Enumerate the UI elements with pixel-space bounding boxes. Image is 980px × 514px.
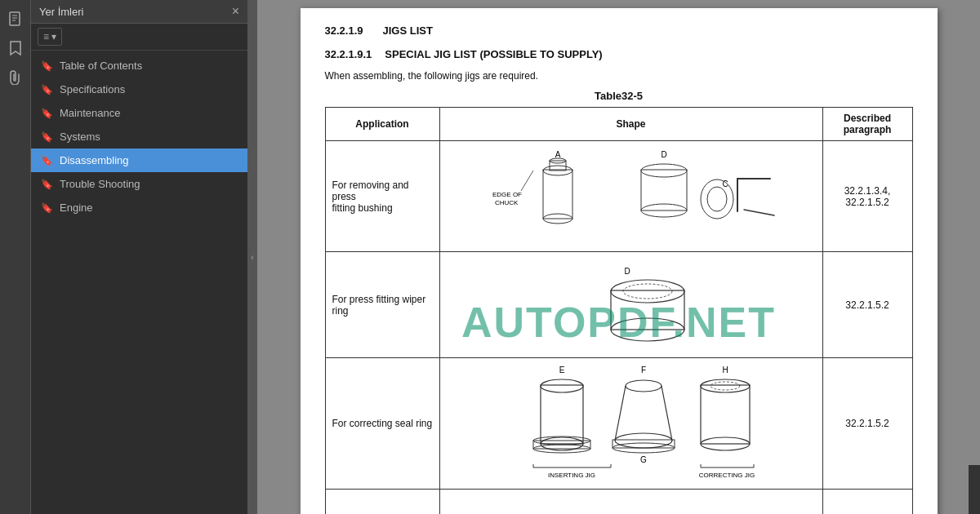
sidebar-header: Yer İmleri × [31,0,247,24]
svg-point-14 [641,164,687,177]
svg-point-18 [701,179,733,219]
svg-text:F: F [640,366,645,374]
svg-rect-40 [612,440,675,448]
svg-text:CHUCK: CHUCK [495,199,519,206]
svg-text:EDGE OF: EDGE OF [492,191,522,198]
svg-line-10 [521,171,533,191]
shape-cell-2: D [439,252,822,358]
sidebar-item-systems[interactable]: 🔖 Systems [31,125,247,148]
svg-line-22 [744,210,774,215]
bookmark-icon-disassembling: 🔖 [41,155,53,166]
paragraph-cell-3: 32.2.1.5.2 [822,358,912,490]
svg-text:INSERTING JIG: INSERTING JIG [547,472,595,479]
sidebar-item-label-disassembling: Disassembling [60,154,129,166]
pages-icon[interactable] [3,7,28,31]
jig-table: Application Shape Describedparagraph For… [325,107,913,514]
table-row: For press fitting wiperring D [325,252,912,358]
svg-point-39 [615,433,672,448]
svg-text:A: A [555,150,560,159]
table-row-empty [325,490,912,515]
svg-text:H: H [722,366,728,374]
svg-point-27 [623,284,672,299]
sidebar-item-engine[interactable]: 🔖 Engine [31,196,247,219]
toolbar-menu-button[interactable]: ≡ ▾ [38,28,62,46]
table-row: For removing and pressfitting bushing A [325,141,912,252]
bookmark-icon-toc: 🔖 [41,60,53,72]
bookmark-icon-engine: 🔖 [41,202,53,214]
collapse-handle[interactable]: ‹ [247,0,257,514]
table-title: Table32-5 [325,90,913,102]
sidebar-item-label-trouble: Trouble Shooting [60,178,140,190]
jig-shape-1: A EDGE OF CHUCK [484,146,778,244]
col-header-shape: Shape [439,108,822,141]
sidebar: Yer İmleri × ≡ ▾ 🔖 Table of Contents 🔖 S… [31,0,247,514]
svg-point-36 [626,380,662,392]
bookmark-icon-maintenance: 🔖 [41,108,53,119]
sidebar-item-label-systems: Systems [60,131,100,143]
svg-line-37 [615,386,626,441]
svg-rect-45 [701,385,750,444]
dropdown-arrow-icon: ▾ [51,31,56,42]
sidebar-item-label-engine: Engine [60,202,92,214]
sidebar-item-label-maintenance: Maintenance [60,107,120,119]
doc-intro-text: When assembling, the following jigs are … [325,70,913,82]
svg-point-19 [707,187,727,211]
shape-cell-4 [439,490,822,515]
sidebar-item-label-specs: Specifications [60,83,125,95]
application-cell-4 [325,490,439,515]
section-title: JIGS LIST [383,24,433,37]
subsection-header: 32.2.1.9.1 SPECIAL JIG LIST (POSSIBLE TO… [325,48,913,65]
shape-cell-1: A EDGE OF CHUCK [439,141,822,252]
svg-line-38 [662,386,672,441]
sidebar-title: Yer İmleri [39,6,83,18]
sidebar-item-trouble-shooting[interactable]: 🔖 Trouble Shooting [31,172,247,196]
col-header-paragraph: Describedparagraph [822,108,912,141]
menu-icon: ≡ [43,31,49,42]
paragraph-cell-1: 32.2.1.3.4,32.2.1.5.2 [822,141,912,252]
svg-text:D: D [624,267,630,276]
jig-shape-3: E F [484,363,778,481]
svg-rect-0 [10,12,20,25]
paragraph-cell-2: 32.2.1.5.2 [822,252,912,358]
svg-rect-30 [541,385,583,444]
document-page: 32.2.1.9 JIGS LIST 32.2.1.9.1 SPECIAL JI… [301,8,938,514]
svg-point-47 [710,382,740,390]
sidebar-item-maintenance[interactable]: 🔖 Maintenance [31,101,247,125]
svg-text:G: G [640,455,647,464]
bookmark-icon-systems: 🔖 [41,131,53,143]
sidebar-nav: 🔖 Table of Contents 🔖 Specifications 🔖 M… [31,51,247,514]
paragraph-cell-4 [822,490,912,515]
sidebar-item-disassembling[interactable]: 🔖 Disassembling [31,148,247,172]
application-cell-1: For removing and pressfitting bushing [325,141,439,252]
bookmark-icon-specs: 🔖 [41,84,53,95]
bookmark-nav-icon[interactable] [3,36,28,60]
application-cell-3: For correcting seal ring [325,358,439,490]
shape-cell-3: E F [439,358,822,490]
svg-text:E: E [559,366,564,374]
subsection-title: SPECIAL JIG LIST (POSSIBLE TO SUPPLY) [385,48,602,60]
svg-rect-25 [611,290,684,330]
main-content: 32.2.1.9 JIGS LIST 32.2.1.9.1 SPECIAL JI… [257,0,980,514]
svg-text:D: D [661,150,666,159]
svg-rect-6 [543,170,572,219]
icon-rail [0,0,31,514]
sidebar-item-specifications[interactable]: 🔖 Specifications [31,78,247,101]
jig-shape-2: D [484,263,778,344]
svg-point-44 [701,379,750,392]
page-wrapper: 32.2.1.9 JIGS LIST 32.2.1.9.1 SPECIAL JI… [257,0,980,514]
col-header-application: Application [325,108,439,141]
svg-point-29 [541,379,583,392]
close-button[interactable]: × [232,5,239,18]
subsection-number: 32.2.1.9.1 [325,48,372,60]
section-number: 32.2.1.9 [325,24,363,37]
svg-point-24 [611,280,684,303]
table-row: For correcting seal ring E [325,358,912,490]
sidebar-item-table-of-contents[interactable]: 🔖 Table of Contents [31,54,247,78]
application-cell-2: For press fitting wiperring [325,252,439,358]
svg-text:CORRECTING JIG: CORRECTING JIG [698,472,754,479]
paperclip-icon[interactable] [3,65,28,90]
scrollbar[interactable] [969,465,980,514]
sidebar-item-label-toc: Table of Contents [60,60,142,72]
sidebar-toolbar: ≡ ▾ [31,24,247,51]
section-header: 32.2.1.9 JIGS LIST [325,24,913,42]
